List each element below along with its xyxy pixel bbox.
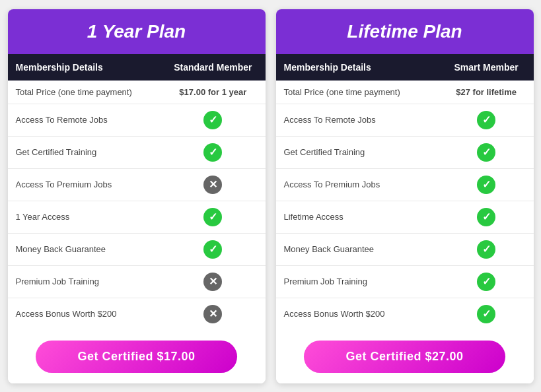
cross-icon: ✕ — [203, 273, 222, 291]
col-header-details: Membership Details — [276, 54, 439, 81]
table-row: Lifetime Access✓ — [276, 201, 534, 233]
feature-label-6: Access Bonus Worth $200 — [276, 298, 439, 330]
price-value: $17.00 for 1 year — [161, 81, 265, 104]
table-row: Access To Premium Jobs✕ — [8, 168, 266, 201]
price-value: $27 for lifetime — [439, 81, 534, 104]
check-icon: ✓ — [477, 273, 495, 291]
table-row: Money Back Guarantee✓ — [276, 233, 534, 265]
feature-label-5: Premium Job Training — [276, 265, 439, 298]
feature-label-5: Premium Job Training — [8, 265, 161, 298]
feature-label-3: Lifetime Access — [276, 201, 439, 233]
col-header-member: Standard Member — [161, 54, 265, 81]
feature-label-2: Access To Premium Jobs — [8, 168, 161, 201]
plan-title-one-year: 1 Year Plan — [8, 9, 266, 54]
feature-icon-4: ✓ — [161, 233, 265, 265]
feature-label-3: 1 Year Access — [8, 201, 161, 233]
feature-icon-3: ✓ — [161, 201, 265, 233]
check-icon: ✓ — [203, 111, 222, 129]
feature-icon-3: ✓ — [439, 201, 534, 233]
feature-label-4: Money Back Guarantee — [276, 233, 439, 265]
cta-button-lifetime[interactable]: Get Certified $27.00 — [304, 341, 505, 373]
check-icon: ✓ — [477, 305, 495, 323]
plan-footer-lifetime: Get Certified $27.00 — [276, 330, 534, 383]
table-row: Access To Remote Jobs✓ — [8, 104, 266, 136]
table-row: Access Bonus Worth $200✕ — [8, 298, 266, 330]
table-row: Access To Remote Jobs✓ — [276, 104, 534, 136]
cross-icon: ✕ — [203, 176, 222, 194]
feature-label-0: Access To Remote Jobs — [8, 104, 161, 136]
feature-label-2: Access To Premium Jobs — [276, 168, 439, 201]
feature-icon-0: ✓ — [439, 104, 534, 136]
table-row: Access Bonus Worth $200✓ — [276, 298, 534, 330]
table-row: Get Certified Training✓ — [276, 136, 534, 168]
check-icon: ✓ — [477, 208, 495, 226]
feature-icon-5: ✕ — [161, 265, 265, 298]
check-icon: ✓ — [203, 240, 222, 259]
table-row: 1 Year Access✓ — [8, 201, 266, 233]
check-icon: ✓ — [477, 240, 495, 259]
plan-card-one-year: 1 Year PlanMembership DetailsStandard Me… — [8, 9, 266, 383]
feature-icon-4: ✓ — [439, 233, 534, 265]
price-row: Total Price (one time payment)$17.00 for… — [8, 81, 266, 104]
cta-button-one-year[interactable]: Get Certified $17.00 — [36, 341, 236, 373]
feature-label-1: Get Certified Training — [8, 136, 161, 168]
table-row: Money Back Guarantee✓ — [8, 233, 266, 265]
col-header-details: Membership Details — [8, 54, 161, 81]
feature-label-4: Money Back Guarantee — [8, 233, 161, 265]
check-icon: ✓ — [203, 208, 222, 226]
col-header-member: Smart Member — [439, 54, 534, 81]
feature-icon-2: ✓ — [439, 168, 534, 201]
feature-label-1: Get Certified Training — [276, 136, 439, 168]
cross-icon: ✕ — [203, 305, 222, 323]
table-row: Access To Premium Jobs✓ — [276, 168, 534, 201]
plan-footer-one-year: Get Certified $17.00 — [8, 330, 266, 383]
table-row: Get Certified Training✓ — [8, 136, 266, 168]
plan-card-lifetime: Lifetime PlanMembership DetailsSmart Mem… — [276, 9, 534, 383]
price-label: Total Price (one time payment) — [276, 81, 439, 104]
feature-label-0: Access To Remote Jobs — [276, 104, 439, 136]
table-row: Premium Job Training✕ — [8, 265, 266, 298]
table-row: Premium Job Training✓ — [276, 265, 534, 298]
feature-icon-6: ✕ — [161, 298, 265, 330]
plan-table-one-year: Membership DetailsStandard MemberTotal P… — [8, 54, 266, 330]
price-row: Total Price (one time payment)$27 for li… — [276, 81, 534, 104]
feature-icon-2: ✕ — [161, 168, 265, 201]
plan-table-lifetime: Membership DetailsSmart MemberTotal Pric… — [276, 54, 534, 330]
plan-title-lifetime: Lifetime Plan — [276, 9, 534, 54]
check-icon: ✓ — [477, 143, 495, 162]
price-label: Total Price (one time payment) — [8, 81, 161, 104]
check-icon: ✓ — [203, 143, 222, 162]
feature-icon-1: ✓ — [439, 136, 534, 168]
feature-label-6: Access Bonus Worth $200 — [8, 298, 161, 330]
feature-icon-0: ✓ — [161, 104, 265, 136]
plans-container: 1 Year PlanMembership DetailsStandard Me… — [8, 9, 534, 383]
feature-icon-5: ✓ — [439, 265, 534, 298]
feature-icon-1: ✓ — [161, 136, 265, 168]
check-icon: ✓ — [477, 176, 495, 194]
feature-icon-6: ✓ — [439, 298, 534, 330]
check-icon: ✓ — [477, 111, 495, 129]
